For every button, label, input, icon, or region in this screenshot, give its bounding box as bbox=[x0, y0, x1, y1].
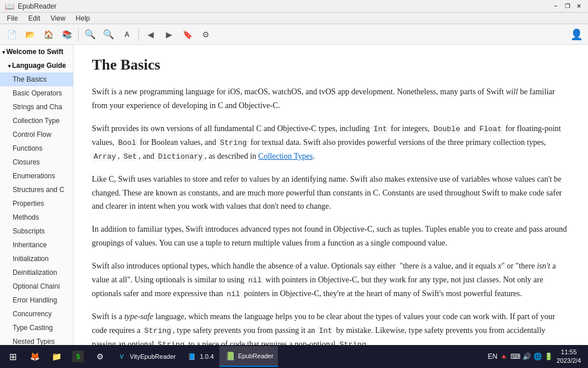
code-string-2: String bbox=[142, 326, 173, 336]
code-string-3: String bbox=[156, 340, 187, 345]
settings-button[interactable]: ⚙ bbox=[198, 26, 214, 43]
paragraph-3: Like C, Swift uses variables to store an… bbox=[92, 172, 570, 213]
sidebar-item-subscripts[interactable]: Subscripts bbox=[0, 224, 73, 238]
zoom-in-button[interactable]: 🔍 bbox=[82, 26, 98, 43]
taskbar-version[interactable]: 📘 1.0.4 bbox=[181, 346, 218, 367]
code-nil-2: nil bbox=[225, 289, 242, 299]
next-button[interactable]: ▶ bbox=[161, 26, 177, 43]
content-area[interactable]: The Basics Swift is a new programming la… bbox=[74, 45, 588, 345]
sidebar-item-deinitialization[interactable]: Deinitialization bbox=[0, 266, 73, 279]
vity-icon: V bbox=[116, 351, 127, 362]
keyboard-icon[interactable]: ⌨ bbox=[510, 352, 520, 361]
clock: 11:55 2023/2/4 bbox=[556, 348, 581, 366]
app-icon: 📖 bbox=[5, 2, 14, 11]
em-x: x bbox=[498, 262, 501, 270]
restore-button[interactable]: ❐ bbox=[563, 2, 572, 11]
sidebar-item-strings[interactable]: Strings and Cha bbox=[0, 100, 73, 114]
main-area: ▾Welcome to Swift ▾Language Guide The Ba… bbox=[0, 45, 588, 345]
code-float: Float bbox=[478, 124, 504, 134]
new-icon: 📄 bbox=[7, 30, 17, 39]
app-title: EpubReader bbox=[18, 2, 56, 10]
sys-tray: EN 🔺 ⌨ 🔊 🌐 🔋 bbox=[488, 352, 554, 361]
sidebar-item-structures[interactable]: Structures and C bbox=[0, 183, 73, 197]
start-button[interactable]: ⊞ bbox=[2, 346, 23, 367]
volume-icon[interactable]: 🔊 bbox=[523, 352, 531, 361]
paragraph-2: Swift provides its own versions of all f… bbox=[92, 122, 570, 163]
new-button[interactable]: 📄 bbox=[3, 26, 20, 43]
taskbar-right: EN 🔺 ⌨ 🔊 🌐 🔋 11:55 2023/2/4 bbox=[488, 348, 586, 366]
taskbar-firefox[interactable]: 🦊 bbox=[24, 346, 45, 367]
close-button[interactable]: ✕ bbox=[574, 2, 583, 11]
sidebar-item-inheritance[interactable]: Inheritance bbox=[0, 238, 73, 252]
sidebar-item-functions[interactable]: Functions bbox=[0, 141, 73, 155]
sidebar: ▾Welcome to Swift ▾Language Guide The Ba… bbox=[0, 45, 74, 345]
sidebar-item-properties[interactable]: Properties bbox=[0, 197, 73, 210]
menu-view[interactable]: View bbox=[46, 13, 70, 24]
prev-button[interactable]: ◀ bbox=[142, 26, 158, 43]
bookmark-icon: 🔖 bbox=[183, 30, 192, 39]
code-array: Array bbox=[92, 152, 118, 162]
title-bar-controls: − ❐ ✕ bbox=[551, 2, 583, 11]
sidebar-item-control-flow[interactable]: Control Flow bbox=[0, 128, 73, 141]
open-button[interactable]: 📂 bbox=[22, 26, 38, 43]
sidebar-item-collection-type[interactable]: Collection Type bbox=[0, 114, 73, 128]
taskbar-vity-label: VityEpubReader bbox=[130, 353, 176, 360]
network-icon[interactable]: 🌐 bbox=[533, 352, 542, 361]
date-display: 2023/2/4 bbox=[556, 356, 581, 365]
time-display: 11:55 bbox=[556, 348, 581, 356]
menu-help[interactable]: Help bbox=[71, 13, 95, 24]
home-icon: 🏠 bbox=[44, 30, 53, 39]
toolbar: 📄 📂 🏠 📚 🔍 🔍 A ◀ ▶ 🔖 ⚙ 👤 bbox=[0, 24, 588, 45]
minimize-button[interactable]: − bbox=[551, 2, 560, 11]
taskbar: ⊞ 🦊 📁 $ ⚙ V VityEpubReader 📘 1.0.4 📗 Epu… bbox=[0, 345, 588, 368]
taskbar-vity-epubreader[interactable]: V VityEpubReader bbox=[111, 346, 180, 367]
sidebar-item-welcome[interactable]: ▾Welcome to Swift bbox=[0, 45, 73, 59]
home-button[interactable]: 🏠 bbox=[40, 26, 56, 43]
sidebar-item-nested-types[interactable]: Nested Types bbox=[0, 335, 73, 345]
paragraph-4: In addition to familiar types, Swift int… bbox=[92, 223, 570, 250]
up-arrow-icon[interactable]: 🔺 bbox=[500, 352, 508, 361]
paragraph-6: Swift is a type-safe language, which mea… bbox=[92, 310, 570, 345]
settings-app-icon: ⚙ bbox=[94, 351, 106, 362]
sidebar-item-error-handling[interactable]: Error Handling bbox=[0, 293, 73, 307]
battery-icon[interactable]: 🔋 bbox=[544, 352, 553, 361]
code-int-2: Int bbox=[317, 326, 334, 336]
menu-file[interactable]: File bbox=[2, 13, 22, 24]
sidebar-item-enumerations[interactable]: Enumerations bbox=[0, 169, 73, 183]
files-icon: 📁 bbox=[51, 351, 62, 362]
chevron-icon: ▾ bbox=[2, 49, 5, 57]
bookmark-button[interactable]: 🔖 bbox=[179, 26, 195, 43]
taskbar-settings-app[interactable]: ⚙ bbox=[90, 346, 110, 367]
sidebar-item-language-guide[interactable]: ▾Language Guide bbox=[0, 59, 73, 72]
chevron-icon: ▾ bbox=[8, 63, 11, 71]
sidebar-item-concurrency[interactable]: Concurrency bbox=[0, 307, 73, 321]
version-icon: 📘 bbox=[186, 351, 198, 362]
collection-types-link[interactable]: Collection Types bbox=[258, 152, 313, 160]
taskbar-epubreader[interactable]: 📗 EpubReader bbox=[219, 346, 278, 367]
code-dictionary: Dictionary bbox=[156, 152, 204, 162]
sidebar-item-methods[interactable]: Methods bbox=[0, 210, 73, 224]
sidebar-item-initialization[interactable]: Initialization bbox=[0, 252, 73, 266]
sidebar-item-basic-operators[interactable]: Basic Operators bbox=[0, 86, 73, 100]
menu-edit[interactable]: Edit bbox=[24, 13, 45, 24]
library-button[interactable]: 📚 bbox=[59, 26, 75, 43]
code-bool: Bool bbox=[117, 138, 138, 148]
taskbar-terminal[interactable]: $ bbox=[68, 346, 88, 367]
sidebar-item-closures[interactable]: Closures bbox=[0, 155, 73, 169]
toolbar-right: 👤 bbox=[568, 26, 585, 43]
user-button[interactable]: 👤 bbox=[568, 26, 585, 43]
code-int: Int bbox=[372, 124, 389, 134]
sidebar-item-the-basics[interactable]: The Basics bbox=[0, 72, 73, 86]
em-isnt: isn't bbox=[537, 262, 550, 270]
sidebar-item-optional-chaining[interactable]: Optional Chaini bbox=[0, 279, 73, 293]
zoom-text-button[interactable]: A bbox=[119, 26, 135, 43]
code-string-4: String bbox=[338, 340, 368, 345]
terminal-icon: $ bbox=[72, 351, 84, 362]
sidebar-item-type-casting[interactable]: Type Casting bbox=[0, 321, 73, 335]
taskbar-files[interactable]: 📁 bbox=[46, 346, 67, 367]
zoom-in-icon: 🔍 bbox=[84, 29, 96, 40]
settings-icon: ⚙ bbox=[202, 30, 210, 39]
zoom-out-button[interactable]: 🔍 bbox=[100, 26, 117, 43]
keyboard-lang-icon[interactable]: EN bbox=[488, 352, 498, 361]
code-nil-1: nil bbox=[246, 275, 263, 285]
